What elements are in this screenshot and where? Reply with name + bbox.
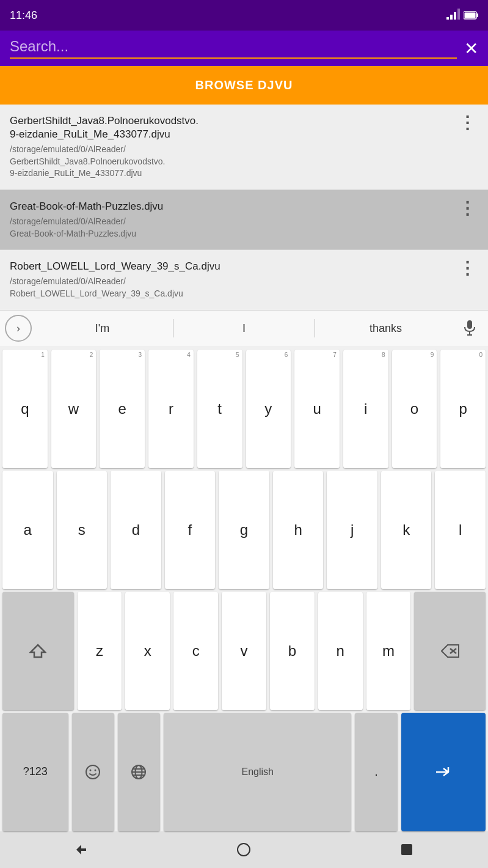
browse-djvu-button[interactable]: BROWSE DJVU bbox=[0, 66, 488, 105]
file-info: GerbertShildt_Java8.Polnoerukovodstvo.9-… bbox=[10, 114, 456, 180]
svg-point-13 bbox=[86, 765, 100, 779]
keyboard-keys: 1q 2w 3e 4r 5t 6y 7u 8i 9o 0p a s d f g … bbox=[0, 347, 488, 831]
file-path: /storage/emulated/0/AlReader/GerbertShil… bbox=[10, 144, 451, 180]
key-x[interactable]: x bbox=[125, 592, 170, 710]
dot-key[interactable]: . bbox=[355, 713, 397, 831]
shift-key[interactable] bbox=[2, 592, 74, 710]
search-input[interactable] bbox=[10, 38, 457, 55]
suggestion-word-2[interactable]: I bbox=[173, 322, 315, 335]
key-u[interactable]: 7u bbox=[294, 350, 340, 468]
key-s[interactable]: s bbox=[57, 471, 107, 589]
file-name: Great-Book-of-Math-Puzzles.djvu bbox=[10, 200, 451, 213]
suggestion-word-1[interactable]: I'm bbox=[32, 322, 173, 335]
battery-icon bbox=[464, 11, 478, 20]
key-o[interactable]: 9o bbox=[392, 350, 437, 468]
key-n[interactable]: n bbox=[318, 592, 363, 710]
search-bar: ✕ bbox=[0, 31, 488, 66]
svg-rect-24 bbox=[81, 848, 86, 851]
space-key[interactable]: English bbox=[164, 713, 351, 831]
recents-button[interactable] bbox=[391, 837, 422, 862]
status-time: 11:46 bbox=[10, 9, 37, 22]
signal-icon bbox=[446, 9, 460, 22]
nav-bar bbox=[0, 831, 488, 868]
key-row-3: z x c v b n m bbox=[2, 592, 486, 710]
globe-icon bbox=[131, 764, 147, 780]
file-item[interactable]: Great-Book-of-Math-Puzzles.djvu /storage… bbox=[0, 190, 488, 250]
search-close-button[interactable]: ✕ bbox=[464, 39, 478, 59]
key-d[interactable]: d bbox=[111, 471, 161, 589]
home-icon bbox=[236, 842, 251, 857]
status-bar: 11:46 bbox=[0, 0, 488, 31]
svg-marker-23 bbox=[76, 845, 81, 855]
svg-marker-2 bbox=[454, 12, 456, 20]
key-row-4: ?123 English . bbox=[2, 713, 486, 831]
suggestion-word-3[interactable]: thanks bbox=[315, 322, 456, 335]
key-h[interactable]: h bbox=[273, 471, 324, 589]
key-g[interactable]: g bbox=[219, 471, 269, 589]
search-input-wrapper bbox=[10, 38, 457, 59]
file-menu-button[interactable]: ⋮ bbox=[456, 114, 478, 131]
svg-rect-7 bbox=[467, 320, 472, 329]
shift-icon bbox=[29, 642, 46, 660]
file-info: Great-Book-of-Math-Puzzles.djvu /storage… bbox=[10, 200, 456, 240]
suggestion-words: I'm I thanks bbox=[32, 319, 456, 337]
back-button[interactable] bbox=[66, 837, 97, 862]
emoji-key[interactable] bbox=[72, 713, 114, 831]
microphone-icon[interactable] bbox=[456, 320, 483, 336]
back-icon bbox=[75, 844, 87, 856]
svg-point-15 bbox=[95, 769, 97, 771]
backspace-icon bbox=[441, 644, 459, 658]
key-t[interactable]: 5t bbox=[197, 350, 242, 468]
enter-icon bbox=[434, 765, 453, 779]
key-v[interactable]: v bbox=[222, 592, 266, 710]
svg-rect-6 bbox=[465, 13, 476, 18]
key-w[interactable]: 2w bbox=[51, 350, 97, 468]
home-button[interactable] bbox=[228, 837, 259, 862]
svg-marker-3 bbox=[457, 9, 460, 20]
key-q[interactable]: 1q bbox=[2, 350, 48, 468]
globe-key[interactable] bbox=[118, 713, 160, 831]
svg-rect-26 bbox=[401, 844, 412, 855]
file-path: /storage/emulated/0/AlReader/Great-Book-… bbox=[10, 216, 451, 240]
key-l[interactable]: l bbox=[435, 471, 486, 589]
key-z[interactable]: z bbox=[78, 592, 122, 710]
backspace-key[interactable] bbox=[414, 592, 486, 710]
file-list: GerbertShildt_Java8.Polnoerukovodstvo.9-… bbox=[0, 105, 488, 311]
file-name: Robert_LOWELL_Lord_Weary_39_s_Ca.djvu bbox=[10, 260, 451, 273]
key-row-1: 1q 2w 3e 4r 5t 6y 7u 8i 9o 0p bbox=[2, 350, 486, 468]
svg-marker-0 bbox=[446, 17, 449, 20]
key-f[interactable]: f bbox=[165, 471, 216, 589]
key-m[interactable]: m bbox=[366, 592, 411, 710]
svg-point-25 bbox=[238, 844, 250, 856]
key-e[interactable]: 3e bbox=[100, 350, 145, 468]
key-p[interactable]: 0p bbox=[440, 350, 486, 468]
svg-marker-1 bbox=[450, 15, 453, 20]
emoji-icon bbox=[85, 764, 101, 780]
status-icons bbox=[446, 9, 478, 22]
file-menu-button[interactable]: ⋮ bbox=[456, 200, 478, 217]
file-name: GerbertShildt_Java8.Polnoerukovodstvo.9-… bbox=[10, 114, 451, 141]
svg-point-14 bbox=[90, 769, 92, 771]
file-info: Robert_LOWELL_Lord_Weary_39_s_Ca.djvu /s… bbox=[10, 260, 456, 300]
key-i[interactable]: 8i bbox=[343, 350, 388, 468]
file-item[interactable]: Robert_LOWELL_Lord_Weary_39_s_Ca.djvu /s… bbox=[0, 250, 488, 310]
key-c[interactable]: c bbox=[173, 592, 218, 710]
enter-key[interactable] bbox=[401, 713, 486, 831]
key-a[interactable]: a bbox=[2, 471, 53, 589]
suggestion-expand-button[interactable]: › bbox=[5, 315, 32, 342]
key-b[interactable]: b bbox=[270, 592, 315, 710]
key-y[interactable]: 6y bbox=[246, 350, 291, 468]
file-item[interactable]: GerbertShildt_Java8.Polnoerukovodstvo.9-… bbox=[0, 105, 488, 190]
file-menu-button[interactable]: ⋮ bbox=[456, 260, 478, 277]
search-underline bbox=[10, 57, 457, 59]
key-row-2: a s d f g h j k l bbox=[2, 471, 486, 589]
keyboard-area: › I'm I thanks 1q 2w 3e 4r 5t 6y 7u bbox=[0, 311, 488, 831]
suggestion-row: › I'm I thanks bbox=[0, 311, 488, 347]
svg-rect-5 bbox=[477, 13, 479, 17]
num-switch-key[interactable]: ?123 bbox=[2, 713, 68, 831]
key-k[interactable]: k bbox=[381, 471, 432, 589]
recents-icon bbox=[401, 844, 412, 855]
key-j[interactable]: j bbox=[327, 471, 377, 589]
key-r[interactable]: 4r bbox=[148, 350, 194, 468]
file-path: /storage/emulated/0/AlReader/Robert_LOWE… bbox=[10, 276, 451, 300]
